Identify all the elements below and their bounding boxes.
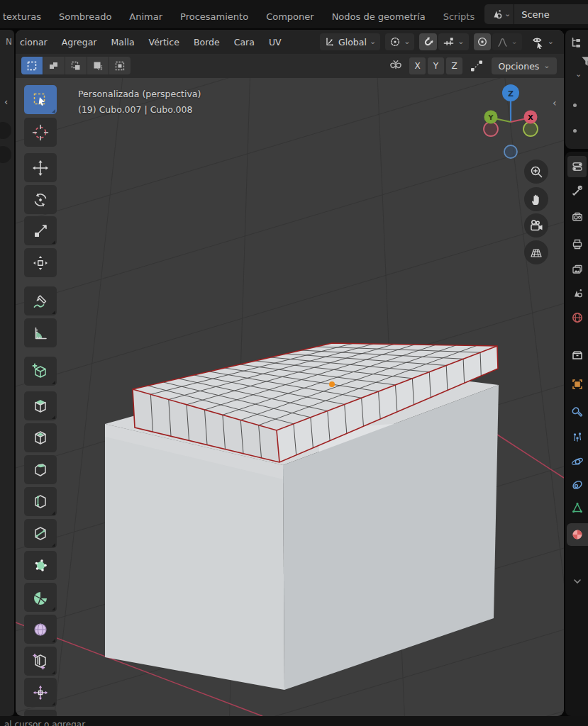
snap-settings-dropdown[interactable]: ⌄ [438,33,468,50]
workspace-tab-animar[interactable]: Animar [129,11,162,22]
mirror-y-button[interactable]: Y [428,57,444,74]
tool-shrink-fatten[interactable] [24,678,57,707]
options-dropdown[interactable]: Opciones ⌄ [492,57,557,74]
select-visibility-icon [531,35,545,49]
proportional-falloff-dropdown[interactable]: ⌄ [492,33,522,50]
pan-button[interactable] [524,187,548,211]
status-hint: al cursor o agregar [4,720,85,726]
printer-icon [571,238,584,250]
tab-tool[interactable] [568,180,587,200]
toggle-ortho-button[interactable] [524,240,548,264]
tool-loop-cut[interactable] [24,487,57,516]
outliner-item-dot[interactable] [573,104,577,107]
select-extend-icon [48,60,60,72]
collapse-sidebar-arrow-icon[interactable]: ‹ [553,97,557,108]
visibility-dropdown[interactable]: ⌄ [527,33,558,50]
workspace-tab-procesamiento[interactable]: Procesamiento [180,11,248,22]
select-mode-invert[interactable] [87,57,109,74]
wrench-icon [571,406,584,419]
gizmo-x-label: X [528,113,533,121]
3d-viewport-area: cionar Agregar Malla Vértice Borde Cara … [16,30,564,716]
scene-selector[interactable]: ⌄ Scene [484,4,588,24]
gizmo-neg-y-axis[interactable] [523,122,538,136]
outliner-tree-icon[interactable] [569,35,583,50]
tab-modifiers[interactable] [568,403,587,423]
transform-orientation-dropdown[interactable]: Global ⌄ [320,33,380,50]
tool-select-box[interactable] [24,85,57,114]
tool-shear[interactable] [24,710,57,716]
tool-inset-faces[interactable] [24,423,57,452]
tab-scene[interactable] [568,284,587,303]
menu-cara[interactable]: Cara [234,37,255,48]
navigation-gizmo[interactable]: Z Y X [472,83,550,168]
bevel-icon [32,462,49,479]
gizmo-z-label: Z [508,89,514,99]
perspective-grid-icon [528,245,544,260]
tab-collection[interactable] [568,345,587,364]
workspace-tab-texturas[interactable]: texturas [3,11,41,22]
menu-uv[interactable]: UV [269,37,282,48]
workspace-tab-scripts[interactable]: Scripts [443,11,475,22]
menu-malla[interactable]: Malla [111,37,135,48]
filter-icon[interactable] [581,55,588,68]
tab-world[interactable] [568,308,587,328]
tab-particles[interactable] [568,428,587,447]
tab-physics[interactable] [568,452,587,471]
menu-agregar[interactable]: Agregar [62,37,97,48]
tab-object[interactable] [568,374,587,394]
pivot-point-dropdown[interactable]: ⌄ [385,33,414,50]
gizmo-neg-x-axis[interactable] [484,122,498,136]
tab-view-layer[interactable] [568,259,587,279]
tabs-scroll-chevron[interactable] [568,571,587,591]
gizmo-neg-z-axis[interactable] [504,145,517,158]
outliner-item-dot[interactable] [573,129,577,133]
tool-scale[interactable] [24,216,57,245]
menu-seleccionar[interactable]: cionar [20,37,48,48]
tab-render[interactable] [568,207,587,227]
tool-poly-build[interactable] [24,551,57,580]
annotate-pen-icon [32,293,49,310]
tool-move[interactable] [24,153,57,182]
select-mode-set[interactable] [21,57,43,74]
select-mode-intersect[interactable] [109,57,131,74]
tool-add-cube[interactable] [24,357,57,386]
chevron-down-icon[interactable]: ⌄ [575,71,582,78]
tool-cursor[interactable] [24,118,57,147]
tool-edge-slide[interactable] [24,647,57,676]
workspace-tab-nodos-geometria[interactable]: Nodos de geometría [332,11,426,22]
camera-view-button[interactable] [524,213,548,238]
proportional-edit-toggle[interactable] [474,33,491,50]
snap-toggle[interactable] [419,33,437,50]
tab-constraints[interactable] [568,475,587,495]
hand-icon [528,191,544,207]
tool-extrude-region[interactable] [24,391,57,420]
select-mode-subtract[interactable] [65,57,87,74]
tool-spin[interactable] [24,583,57,612]
tool-transform[interactable] [24,248,57,277]
chevron-down-icon [571,575,584,588]
transform-correction-icon[interactable] [468,57,485,74]
menu-borde[interactable]: Borde [194,37,220,48]
tab-output[interactable] [568,234,587,254]
scene-dropdown-chevron-icon[interactable]: ⌄ [504,11,511,18]
tool-bevel[interactable] [24,455,57,484]
scene-name-field[interactable]: Scene [514,9,550,20]
collapse-left-arrow-icon[interactable]: ‹ [4,96,8,107]
tab-material[interactable] [568,525,587,544]
mirror-x-button[interactable]: X [409,57,426,74]
tool-rotate[interactable] [24,185,57,214]
menu-vertice[interactable]: Vértice [149,37,179,48]
workspace-tab-componer[interactable]: Componer [266,11,314,22]
tab-object-data[interactable] [568,498,587,518]
mirror-z-button[interactable]: Z [446,57,462,74]
tool-annotate[interactable] [24,286,57,315]
tool-measure[interactable] [24,318,57,347]
workspace-tab-sombreado[interactable]: Sombreado [59,11,111,22]
3d-viewport-canvas[interactable] [16,78,564,716]
zoom-button[interactable] [524,160,548,184]
view-layer-icon [571,263,584,276]
properties-editor-type-button[interactable] [567,156,587,177]
tool-smooth[interactable] [24,615,57,644]
tool-knife[interactable] [24,519,57,548]
select-mode-extend[interactable] [43,57,65,74]
